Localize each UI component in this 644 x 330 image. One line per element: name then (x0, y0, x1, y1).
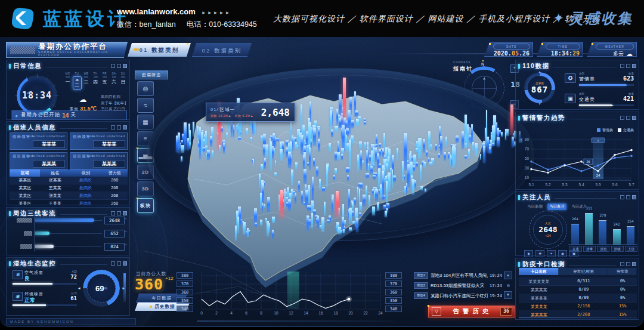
yaxis-value-box: 380 (177, 272, 193, 279)
minimize-icon[interactable] (620, 262, 624, 266)
close-icon[interactable] (632, 116, 636, 120)
diamond-icon: ◆ (15, 113, 18, 118)
alert-row[interactable]: 类型2RD13-53烟感报警疑似火灾17:24 (414, 282, 502, 289)
minimize-icon[interactable] (620, 195, 624, 199)
flow-value: 824 (104, 243, 125, 251)
db-metric-label: 分贝 (71, 291, 77, 295)
svg-text:18: 18 (333, 311, 338, 315)
card-controls[interactable]: undefined undefined (27, 154, 65, 158)
close-icon[interactable] (632, 64, 636, 68)
corner-tick-icon (518, 195, 520, 200)
time-label: TIME (546, 44, 580, 50)
close-icon[interactable] (632, 262, 636, 266)
website-link[interactable]: www.lanlanwork.com (117, 7, 196, 16)
bar-value: 279 (596, 213, 609, 217)
focus-tab[interactable]: 当日离开 (547, 203, 566, 210)
close-icon[interactable] (632, 195, 636, 199)
card-controls[interactable]: undefined undefined (27, 134, 65, 138)
maximize-icon[interactable] (117, 64, 121, 68)
duty-leader-card: 值班领导»undefined undefined某某某 (70, 152, 128, 169)
minimize-icon[interactable] (620, 116, 624, 120)
tab-data-category-02[interactable]: 02数据类别 (192, 43, 252, 57)
maximize-icon[interactable] (117, 261, 121, 266)
minimize-icon[interactable] (620, 64, 624, 68)
corner-tick-icon (9, 125, 11, 130)
panel-duty-personnel: 值班人员信息 值班领导»undefined undefined某某某值班领导»u… (6, 121, 130, 205)
flow-row: 824* (7, 242, 131, 251)
db-value: 61 (70, 295, 77, 301)
left-arrow-icon[interactable]: ◂ (78, 286, 80, 291)
panel-title: 湿地生态监控 (13, 260, 56, 268)
alert-time: 17:24 (490, 283, 502, 288)
alert-tag: 类型2 (414, 282, 428, 289)
alert-row[interactable]: 类型4某路口有小汽车连闯三个红灯19:24 (414, 292, 502, 300)
sparkle-icon[interactable]: ✦ (547, 250, 556, 257)
maximize-icon[interactable] (626, 116, 630, 120)
svg-text:30: 30 (525, 166, 530, 170)
page-title: 暑期办公协作平台 (38, 43, 127, 51)
notice-text: 暑期办公已开始 (21, 112, 61, 119)
close-icon[interactable] (123, 261, 127, 266)
panel-passenger-flow: 周边三线客流 2648*652*824* (6, 207, 130, 255)
maximize-icon[interactable] (626, 64, 630, 68)
maximize-icon[interactable] (117, 211, 121, 215)
compass-label-en: COMPASS (453, 61, 470, 64)
corner-tick-icon (9, 64, 11, 69)
minimize-icon[interactable] (111, 125, 115, 129)
alert-row[interactable]: 类型1湿地3-104片区有不明人员闯入19:24 (414, 272, 502, 279)
yaxis-value-box: 370 (177, 280, 193, 287)
panel-110-data: 110数据 ▲ 总警情 867 ▼ ✪类型警情类数量623▸▣类型交通类数量42… (515, 60, 639, 110)
close-icon[interactable] (123, 64, 127, 68)
checkpoint-footer-line (519, 317, 637, 318)
close-icon[interactable] (123, 125, 127, 129)
time-hm: 18:34 (551, 50, 569, 57)
weekday-FR: FR五 (101, 72, 109, 90)
close-icon[interactable] (123, 211, 127, 215)
svg-text:0: 0 (200, 311, 203, 315)
alarm-history-button[interactable]: ▽ 告警历史 36 (428, 306, 515, 317)
panel-title: 日常信息 (13, 62, 42, 70)
notice-bar: ◆ 暑期办公已开始 14 天 (11, 110, 127, 120)
plus-icon[interactable]: ✚ (535, 250, 544, 257)
tab-data-category-01[interactable]: 01数据类别 (128, 43, 191, 57)
svg-text:4: 4 (230, 311, 233, 315)
svg-text:6: 6 (245, 311, 247, 315)
minimize-icon[interactable] (111, 211, 115, 215)
svg-text:16: 16 (318, 311, 323, 315)
minimize-icon[interactable] (111, 64, 115, 68)
flow-bar (35, 245, 54, 248)
weekday-WE: WE三 (82, 72, 90, 90)
weekday-TH: TH四 (92, 72, 100, 90)
checkpoint-row: 某某某某0/890% (519, 286, 637, 294)
flow-bar (35, 232, 49, 235)
weekday-SA: SA六 (110, 72, 118, 90)
maximize-icon[interactable] (626, 262, 630, 266)
flow-bar (35, 218, 94, 222)
svg-text:5.3: 5.3 (562, 183, 567, 187)
maximize-icon[interactable] (626, 195, 630, 199)
lanlan-logo-icon (10, 5, 36, 32)
censored-line-label (17, 218, 32, 223)
censored-line-label (24, 231, 32, 236)
yaxis-value-box: 360 (385, 289, 402, 295)
inspiration-collect[interactable]: ✦ 灵感收集 (553, 9, 633, 28)
focus-tab[interactable]: 当日新增 (525, 203, 544, 210)
focus-bar (571, 224, 579, 245)
made-by-text: MADE BY NEHOMMICON (10, 320, 74, 323)
map-landmass (188, 95, 483, 280)
weather-widget: WEATHER 多云☁ (587, 42, 637, 57)
sparkle-icon: ✦ (553, 11, 564, 26)
card-controls[interactable]: undefined undefined (87, 134, 125, 138)
scroll-down-button[interactable]: ▼ (504, 291, 512, 299)
eco-slider[interactable] (123, 273, 126, 302)
date-widget: DATE 2020.05.26 (484, 42, 533, 57)
aqi-metric-label: AQI (72, 270, 77, 273)
alert-text: 湿地3-104片区有不明人员闯入 (431, 273, 488, 279)
card-controls[interactable]: undefined undefined (87, 154, 125, 158)
svg-text:˅: ˅ (597, 139, 599, 143)
minimize-icon[interactable] (111, 261, 115, 266)
scroll-up-button[interactable]: ▲ (504, 272, 512, 279)
maximize-icon[interactable] (117, 125, 121, 129)
diamond-icon[interactable]: ◆ (524, 250, 533, 257)
noise-icon[interactable]: ◉ (558, 250, 567, 257)
